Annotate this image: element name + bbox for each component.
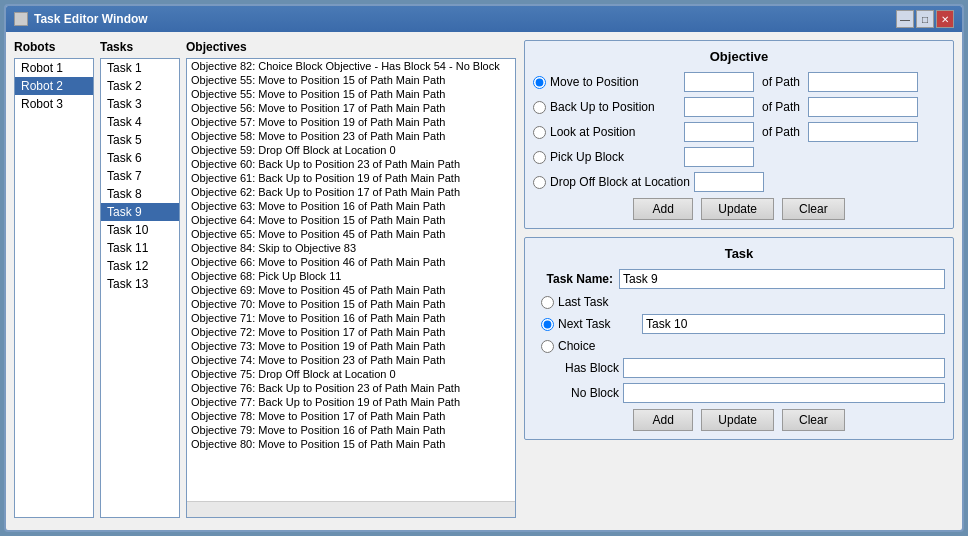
robot-item-1[interactable]: Robot 1 (15, 59, 93, 77)
pick-up-block-input[interactable] (684, 147, 754, 167)
objective-item[interactable]: Objective 73: Move to Position 19 of Pat… (187, 339, 515, 353)
objective-item[interactable]: Objective 74: Move to Position 23 of Pat… (187, 353, 515, 367)
choice-label: Choice (558, 339, 638, 353)
objective-item[interactable]: Objective 71: Move to Position 16 of Pat… (187, 311, 515, 325)
tasks-listbox[interactable]: Task 1 Task 2 Task 3 Task 4 Task 5 Task … (100, 58, 180, 518)
objective-item[interactable]: Objective 60: Back Up to Position 23 of … (187, 157, 515, 171)
objective-item[interactable]: Objective 55: Move to Position 15 of Pat… (187, 73, 515, 87)
objective-item[interactable]: Objective 64: Move to Position 15 of Pat… (187, 213, 515, 227)
title-bar-left: Task Editor Window (14, 12, 148, 26)
task-item[interactable]: Task 1 (101, 59, 179, 77)
objective-item[interactable]: Objective 65: Move to Position 45 of Pat… (187, 227, 515, 241)
objective-item[interactable]: Objective 79: Move to Position 16 of Pat… (187, 423, 515, 437)
task-add-button[interactable]: Add (633, 409, 693, 431)
robot-item-2[interactable]: Robot 2 (15, 77, 93, 95)
task-panel-title: Task (533, 246, 945, 261)
task-item[interactable]: Task 7 (101, 167, 179, 185)
task-item[interactable]: Task 5 (101, 131, 179, 149)
objective-item[interactable]: Objective 70: Move to Position 15 of Pat… (187, 297, 515, 311)
objective-item[interactable]: Objective 56: Move to Position 17 of Pat… (187, 101, 515, 115)
no-block-label: No Block (549, 386, 619, 400)
move-to-position-path-input[interactable] (808, 72, 918, 92)
tasks-section: Tasks Task 1 Task 2 Task 3 Task 4 Task 5… (100, 40, 180, 522)
objectives-scrollpane[interactable]: Objective 82: Choice Block Objective - H… (187, 59, 515, 501)
objective-item[interactable]: Objective 80: Move to Position 15 of Pat… (187, 437, 515, 451)
next-task-radio[interactable] (541, 318, 554, 331)
drop-off-block-radio[interactable] (533, 176, 546, 189)
title-bar: Task Editor Window ― □ ✕ (6, 6, 962, 32)
objective-panel-title: Objective (533, 49, 945, 64)
objective-item[interactable]: Objective 76: Back Up to Position 23 of … (187, 381, 515, 395)
task-name-input[interactable] (619, 269, 945, 289)
no-block-input[interactable] (623, 383, 945, 403)
close-button[interactable]: ✕ (936, 10, 954, 28)
task-item[interactable]: Task 3 (101, 95, 179, 113)
task-item[interactable]: Task 6 (101, 149, 179, 167)
robot-item-3[interactable]: Robot 3 (15, 95, 93, 113)
objective-item[interactable]: Objective 78: Move to Position 17 of Pat… (187, 409, 515, 423)
task-item-9[interactable]: Task 9 (101, 203, 179, 221)
objective-item[interactable]: Objective 58: Move to Position 23 of Pat… (187, 129, 515, 143)
objective-panel: Objective Move to Position of Path Back … (524, 40, 954, 229)
move-to-position-label: Move to Position (550, 75, 680, 89)
objective-update-button[interactable]: Update (701, 198, 774, 220)
objective-clear-button[interactable]: Clear (782, 198, 845, 220)
next-task-input[interactable] (642, 314, 945, 334)
next-task-label: Next Task (558, 317, 638, 331)
back-up-path-input[interactable] (808, 97, 918, 117)
task-clear-button[interactable]: Clear (782, 409, 845, 431)
pick-up-block-row: Pick Up Block (533, 147, 945, 167)
look-at-position-radio[interactable] (533, 126, 546, 139)
objective-item[interactable]: Objective 72: Move to Position 17 of Pat… (187, 325, 515, 339)
objective-item[interactable]: Objective 77: Back Up to Position 19 of … (187, 395, 515, 409)
task-item[interactable]: Task 10 (101, 221, 179, 239)
last-task-radio[interactable] (541, 296, 554, 309)
objective-item[interactable]: Objective 62: Back Up to Position 17 of … (187, 185, 515, 199)
maximize-button[interactable]: □ (916, 10, 934, 28)
back-up-to-position-label: Back Up to Position (550, 100, 680, 114)
title-buttons: ― □ ✕ (896, 10, 954, 28)
minimize-button[interactable]: ― (896, 10, 914, 28)
task-item[interactable]: Task 8 (101, 185, 179, 203)
choice-radio[interactable] (541, 340, 554, 353)
task-item[interactable]: Task 4 (101, 113, 179, 131)
objective-item[interactable]: Objective 61: Back Up to Position 19 of … (187, 171, 515, 185)
objective-item[interactable]: Objective 82: Choice Block Objective - H… (187, 59, 515, 73)
objective-item[interactable]: Objective 63: Move to Position 16 of Pat… (187, 199, 515, 213)
right-panel: Objective Move to Position of Path Back … (524, 40, 954, 522)
has-block-input[interactable] (623, 358, 945, 378)
task-item[interactable]: Task 13 (101, 275, 179, 293)
back-up-position-input[interactable] (684, 97, 754, 117)
tasks-header: Tasks (100, 40, 180, 54)
pick-up-block-radio[interactable] (533, 151, 546, 164)
move-to-position-radio[interactable] (533, 76, 546, 89)
look-at-of-path: of Path (762, 125, 800, 139)
task-name-label: Task Name: (533, 272, 613, 286)
objective-item[interactable]: Objective 66: Move to Position 46 of Pat… (187, 255, 515, 269)
has-block-label: Has Block (549, 361, 619, 375)
pick-up-block-label: Pick Up Block (550, 150, 680, 164)
task-panel: Task Task Name: Last Task Next Task Ch (524, 237, 954, 440)
task-item[interactable]: Task 11 (101, 239, 179, 257)
objective-add-button[interactable]: Add (633, 198, 693, 220)
back-up-to-position-radio[interactable] (533, 101, 546, 114)
objective-item[interactable]: Objective 68: Pick Up Block 11 (187, 269, 515, 283)
robots-listbox[interactable]: Robot 1 Robot 2 Robot 3 (14, 58, 94, 518)
objective-item[interactable]: Objective 55: Move to Position 15 of Pat… (187, 87, 515, 101)
task-editor-window: Task Editor Window ― □ ✕ Robots Robot 1 … (4, 4, 964, 532)
move-to-position-input[interactable] (684, 72, 754, 92)
objective-item[interactable]: Objective 84: Skip to Objective 83 (187, 241, 515, 255)
drop-off-block-input[interactable] (694, 172, 764, 192)
look-at-position-input[interactable] (684, 122, 754, 142)
objective-item[interactable]: Objective 57: Move to Position 19 of Pat… (187, 115, 515, 129)
look-at-path-input[interactable] (808, 122, 918, 142)
task-item[interactable]: Task 2 (101, 77, 179, 95)
objective-item[interactable]: Objective 75: Drop Off Block at Location… (187, 367, 515, 381)
task-item[interactable]: Task 12 (101, 257, 179, 275)
objective-item[interactable]: Objective 59: Drop Off Block at Location… (187, 143, 515, 157)
task-update-button[interactable]: Update (701, 409, 774, 431)
back-up-to-position-row: Back Up to Position of Path (533, 97, 945, 117)
objectives-scrollbar-x[interactable] (187, 501, 515, 517)
objective-item[interactable]: Objective 69: Move to Position 45 of Pat… (187, 283, 515, 297)
back-up-of-path: of Path (762, 100, 800, 114)
